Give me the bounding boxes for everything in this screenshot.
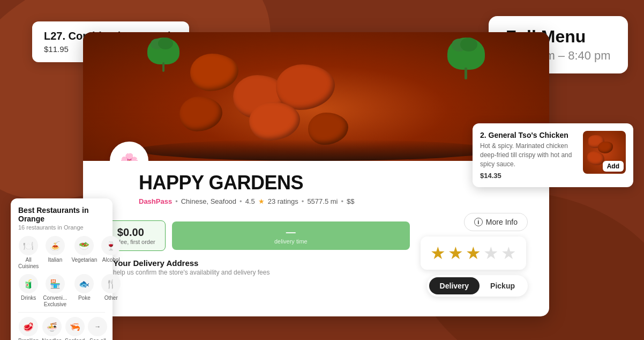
right-actions: i More Info ★ ★ ★ ★ ★ Delivery Pickup <box>418 213 536 297</box>
more-info-label: More Info <box>486 218 518 226</box>
convenience-label: Conveni... Exclusive <box>43 295 67 308</box>
address-section: nter Your Delivery Address is will help … <box>96 258 410 276</box>
star-3: ★ <box>466 243 481 263</box>
sidebar-bottom: 🥩 Brazilian 🍜 Noodles 🦐 Seafood → See al… <box>18 312 105 340</box>
review-count: 23 ratings <box>268 197 298 205</box>
price-range: $$ <box>347 197 354 205</box>
cuisine-poke[interactable]: 🐟 Poke <box>71 274 97 308</box>
star-2: ★ <box>448 243 463 263</box>
info-circle-icon: i <box>474 218 483 226</box>
star-5: ★ <box>501 243 516 263</box>
more-info-button[interactable]: i More Info <box>464 213 528 231</box>
convenience-icon: 🏪 <box>46 274 65 293</box>
cuisine-other[interactable]: 🍴 Other <box>101 274 121 308</box>
see-all-icon: → <box>88 317 107 336</box>
add-item-button[interactable]: Add <box>603 161 624 172</box>
drinks-icon: 🧃 <box>19 274 38 293</box>
star-4: ★ <box>483 243 499 263</box>
alcohol-label: Alcohol <box>102 257 120 263</box>
pickup-button[interactable]: Pickup <box>480 277 526 294</box>
brazilian-icon: 🥩 <box>19 317 38 336</box>
brazilian-label: Brazilian <box>18 338 39 340</box>
distance: 5577.5 mi <box>307 197 338 205</box>
sidebar-card: Best Restaurants in Orange 16 restaurant… <box>11 198 113 340</box>
item-number: 2. <box>480 131 486 139</box>
general-tso-image: Add <box>583 131 626 174</box>
cuisine-grid: 🍽️ All Cuisines 🍝 Italian 🥗 Vegetarian 🍷… <box>18 236 105 308</box>
see-all-cuisines[interactable]: → See all <box>88 317 107 340</box>
cuisine-vegetarian[interactable]: 🥗 Vegetarian <box>71 236 97 270</box>
noodles-icon: 🍜 <box>42 317 62 336</box>
vegetarian-icon: 🥗 <box>74 236 94 255</box>
cuisine-convenience[interactable]: 🏪 Conveni... Exclusive <box>43 274 67 308</box>
address-subtitle: is will help us confirm the store's avai… <box>96 269 410 276</box>
cuisine-brazilian[interactable]: 🥩 Brazilian <box>18 317 39 340</box>
all-cuisines-icon: 🍽️ <box>19 236 38 255</box>
cuisine-type: Chinese, Seafood <box>181 197 236 205</box>
cuisine-italian[interactable]: 🍝 Italian <box>43 236 67 270</box>
sidebar-title: Best Restaurants in Orange <box>18 206 105 223</box>
delivery-label: delivery time <box>187 238 395 245</box>
drinks-label: Drinks <box>21 295 36 301</box>
delivery-pickup-toggle: Delivery Pickup <box>427 275 528 297</box>
action-row: $0.00 very fee, first order — delivery t… <box>96 220 410 251</box>
meta-dot-1: • <box>175 197 178 205</box>
general-tso-card: 2. General Tso's Chicken Hot & spicy. Ma… <box>473 123 633 187</box>
delivery-dash: — <box>187 227 395 238</box>
italian-label: Italian <box>48 257 63 263</box>
rating-stars: ★ ★ ★ ★ ★ <box>421 236 526 270</box>
item-name: General Tso's Chicken <box>489 131 568 139</box>
meta-dot-4: • <box>341 197 343 205</box>
poke-icon: 🐟 <box>74 274 94 293</box>
cuisine-seafood[interactable]: 🦐 Seafood <box>65 317 85 340</box>
sidebar-subtitle: 16 restaurants in Orange <box>18 224 105 231</box>
rating-value: 4.5 <box>245 197 255 205</box>
noodles-label: Noodles <box>42 338 62 340</box>
general-tso-description: Hot & spicy. Marinated chicken deep-frie… <box>480 142 576 168</box>
delivery-button[interactable]: Delivery <box>429 277 480 294</box>
bowl-shadow <box>137 139 496 161</box>
alcohol-icon: 🍷 <box>101 236 121 255</box>
broccoli-right <box>447 38 485 70</box>
broccoli-left <box>147 38 179 64</box>
all-cuisines-label: All Cuisines <box>18 257 39 270</box>
general-tso-title: 2. General Tso's Chicken <box>480 131 576 139</box>
poke-label: Poke <box>78 295 91 301</box>
cuisine-drinks[interactable]: 🧃 Drinks <box>18 274 39 308</box>
meta-dot-3: • <box>302 197 304 205</box>
general-tso-info: 2. General Tso's Chicken Hot & spicy. Ma… <box>480 131 576 180</box>
mini-chicken-3 <box>587 151 604 165</box>
restaurant-meta: DashPass • Chinese, Seafood • 4.5 ★ 23 r… <box>139 197 536 205</box>
meta-dot-2: • <box>239 197 242 205</box>
cuisine-all[interactable]: 🍽️ All Cuisines <box>18 236 39 270</box>
italian-icon: 🍝 <box>46 236 65 255</box>
other-label: Other <box>104 295 118 301</box>
cuisine-noodles[interactable]: 🍜 Noodles <box>42 317 62 340</box>
dashpass-badge: DashPass <box>139 197 172 205</box>
seafood-icon: 🦐 <box>65 317 85 336</box>
seafood-label: Seafood <box>65 338 85 340</box>
meta-star-icon: ★ <box>258 197 265 205</box>
other-icon: 🍴 <box>101 274 121 293</box>
delivery-time-badge: — delivery time <box>172 221 410 250</box>
see-all-label: See all <box>89 338 106 340</box>
cuisine-alcohol[interactable]: 🍷 Alcohol <box>101 236 121 270</box>
address-title: nter Your Delivery Address <box>96 258 410 268</box>
star-1: ★ <box>430 243 446 263</box>
general-tso-price: $14.35 <box>480 172 576 180</box>
vegetarian-label: Vegetarian <box>71 257 97 263</box>
